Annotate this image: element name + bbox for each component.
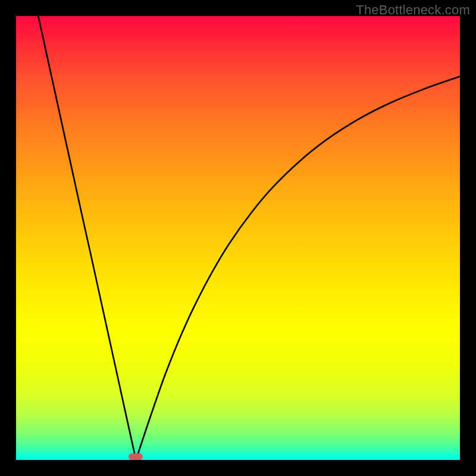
bottleneck-marker (129, 453, 143, 460)
plot-area (16, 16, 460, 460)
curve-layer (16, 16, 460, 460)
chart-frame: TheBottleneck.com (0, 0, 476, 476)
left-branch-curve (38, 16, 136, 460)
right-branch-curve (136, 76, 460, 460)
watermark-text: TheBottleneck.com (356, 2, 470, 18)
